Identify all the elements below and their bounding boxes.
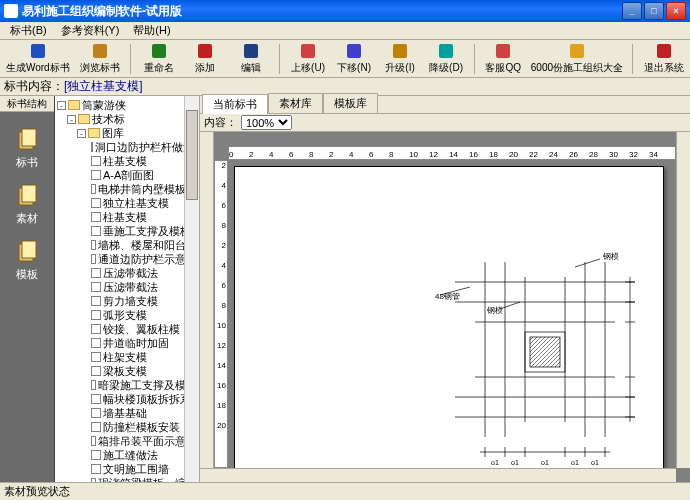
svg-line-33 [575, 259, 600, 267]
tree-leaf[interactable]: 梁板支模 [57, 364, 197, 378]
preview-icon [91, 42, 109, 60]
up-button[interactable]: 上移(U) [288, 41, 328, 76]
tree-leaf[interactable]: 防撞栏模板安装 [57, 420, 197, 434]
tree-node[interactable]: -图库 [57, 126, 197, 140]
document-stack-icon [15, 238, 39, 264]
tab-current[interactable]: 当前标书 [202, 94, 268, 114]
rename-button[interactable]: 重命名 [139, 41, 179, 76]
tabs: 当前标书 素材库 模板库 [200, 96, 690, 114]
page-canvas[interactable]: 钢模 48钢管 钢模 o1 o1 o1 o1 o1 独立柱基支模 [234, 166, 664, 482]
tree-leaf[interactable]: 井道临时加固 [57, 336, 197, 350]
tree-leaf[interactable]: 独立柱基支模 [57, 196, 197, 210]
tree-leaf[interactable]: A-A剖面图 [57, 168, 197, 182]
svg-rect-15 [22, 185, 36, 202]
zoom-select[interactable]: 100% [241, 115, 292, 130]
svg-rect-30 [530, 337, 560, 367]
promote-icon [391, 42, 409, 60]
horizontal-ruler: 02468246810121416182022242628303234 [228, 146, 676, 160]
status-text: 素材预览状态 [4, 484, 70, 499]
technical-drawing: 钢模 48钢管 钢模 o1 o1 o1 o1 o1 独立柱基支模 [435, 247, 655, 482]
tree-leaf[interactable]: 垂施工支撑及模板 [57, 224, 197, 238]
toolbar: 生成Word标书浏览标书重命名添加编辑上移(U)下移(N)升级(I)降级(D)客… [0, 40, 690, 78]
tree-leaf[interactable]: 施工缝做法 [57, 448, 197, 462]
tree-leaf[interactable]: 文明施工围墙 [57, 462, 197, 476]
tree-leaf[interactable]: 现浇箱梁模板、缩缝 [57, 476, 197, 482]
word-button[interactable]: 生成Word标书 [4, 41, 72, 76]
close-button[interactable]: × [666, 2, 686, 20]
add-button[interactable]: 添加 [185, 41, 225, 76]
content-label: 标书内容： [4, 78, 64, 95]
tree-root[interactable]: -筒蒙游侠 [57, 98, 197, 112]
toolbar-label: 退出系统 [644, 61, 684, 75]
word-icon [29, 42, 47, 60]
svg-rect-9 [496, 44, 510, 58]
canvas-hscroll[interactable] [200, 468, 676, 482]
menu-biaoshu[interactable]: 标书(B) [4, 22, 53, 39]
promote-button[interactable]: 升级(I) [380, 41, 420, 76]
panel-button-label: 素材 [16, 211, 38, 226]
tree-panel: -筒蒙游侠-技术标-图库洞口边防护栏杆做法示柱基支模A-A剖面图电梯井筒内壁模板… [55, 96, 200, 482]
dim-1: o1 [491, 459, 499, 466]
app-icon [4, 4, 18, 18]
svg-rect-17 [22, 241, 36, 258]
toolbar-label: 下移(N) [337, 61, 371, 75]
edit-button[interactable]: 编辑 [231, 41, 271, 76]
svg-line-34 [500, 302, 520, 309]
left-panel: 标书结构 标书素材模板 [0, 96, 55, 482]
tree-scrollbar[interactable] [184, 96, 199, 482]
panel-button[interactable]: 素材 [15, 182, 39, 226]
tab-material[interactable]: 素材库 [268, 93, 323, 113]
label-steel-pipe: 48钢管 [435, 292, 460, 301]
exit-button[interactable]: 退出系统 [641, 41, 686, 76]
tree-leaf[interactable]: 压滤带截法 [57, 280, 197, 294]
toolbar-label: 6000份施工组织大全 [531, 61, 623, 75]
edit-icon [242, 42, 260, 60]
minimize-button[interactable]: _ [622, 2, 642, 20]
tree-leaf[interactable]: 弧形支模 [57, 308, 197, 322]
tree-leaf[interactable]: 幅块楼顶板拆拆系 [57, 392, 197, 406]
tree-leaf[interactable]: 箱排吊装平面示意图 [57, 434, 197, 448]
document-stack-icon [15, 182, 39, 208]
tree-leaf[interactable]: 柱基支模 [57, 154, 197, 168]
canvas-vscroll[interactable] [676, 132, 690, 468]
tree-node[interactable]: -技术标 [57, 112, 197, 126]
preview-button[interactable]: 浏览标书 [78, 41, 123, 76]
tree-leaf[interactable]: 铰接、翼板柱模 [57, 322, 197, 336]
toolbar-label: 升级(I) [385, 61, 414, 75]
menu-help[interactable]: 帮助(H) [127, 22, 176, 39]
qq-button[interactable]: 客服QQ [483, 41, 523, 76]
maximize-button[interactable]: □ [644, 2, 664, 20]
tab-template[interactable]: 模板库 [323, 93, 378, 113]
side-toolbar [200, 132, 214, 482]
content-value: [独立柱基支模] [64, 78, 143, 95]
qq-icon [494, 42, 512, 60]
tree-leaf[interactable]: 剪力墙支模 [57, 294, 197, 308]
tree-leaf[interactable]: 墙梯、楼屋和阳台临 [57, 238, 197, 252]
toolbar-label: 重命名 [144, 61, 174, 75]
right-panel: 当前标书 素材库 模板库 内容： 100% 024682468101214161… [200, 96, 690, 482]
dim-5: o1 [591, 459, 599, 466]
panel-button-label: 标书 [16, 155, 38, 170]
down-icon [345, 42, 363, 60]
tree-leaf[interactable]: 电梯井筒内壁模板支 [57, 182, 197, 196]
tree-leaf[interactable]: 柱架支模 [57, 350, 197, 364]
toolbar-label: 客服QQ [485, 61, 521, 75]
menu-cankaoziliao[interactable]: 参考资料(Y) [55, 22, 126, 39]
toolbar-label: 添加 [195, 61, 215, 75]
dim-3: o1 [541, 459, 549, 466]
svg-rect-11 [657, 44, 671, 58]
tree-leaf[interactable]: 压滤带截法 [57, 266, 197, 280]
panel-button[interactable]: 标书 [15, 126, 39, 170]
tree-leaf[interactable]: 通道边防护栏示意图 [57, 252, 197, 266]
demote-button[interactable]: 降级(D) [426, 41, 466, 76]
down-button[interactable]: 下移(N) [334, 41, 374, 76]
tree-leaf[interactable]: 柱基支模 [57, 210, 197, 224]
svg-rect-1 [93, 44, 107, 58]
tree-leaf[interactable]: 墙基基础 [57, 406, 197, 420]
svg-rect-4 [244, 44, 258, 58]
svg-rect-10 [570, 44, 584, 58]
library-button[interactable]: 6000份施工组织大全 [529, 41, 624, 76]
tree-leaf[interactable]: 洞口边防护栏杆做法示 [57, 140, 197, 154]
panel-button[interactable]: 模板 [15, 238, 39, 282]
tree-leaf[interactable]: 暗梁施工支撑及模板 [57, 378, 197, 392]
